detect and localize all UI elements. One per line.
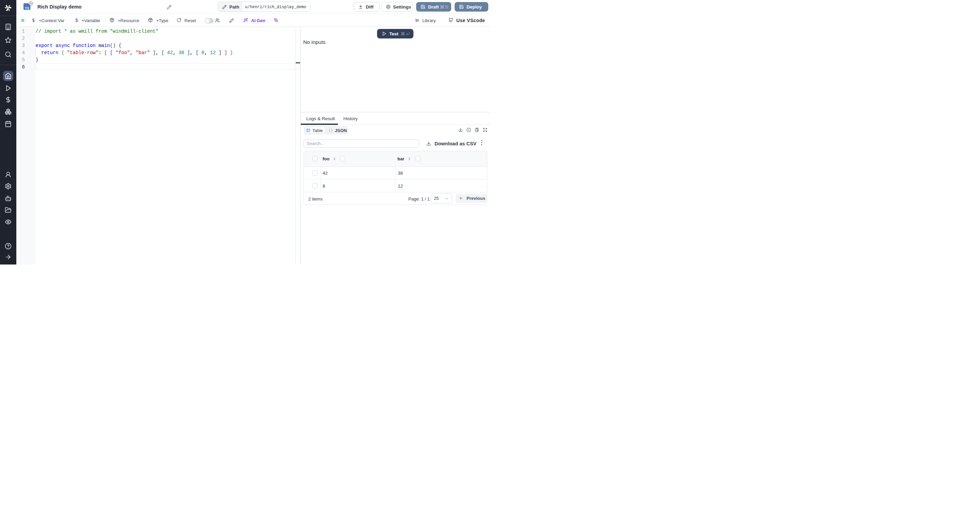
svg-text:TS: TS — [25, 6, 29, 10]
